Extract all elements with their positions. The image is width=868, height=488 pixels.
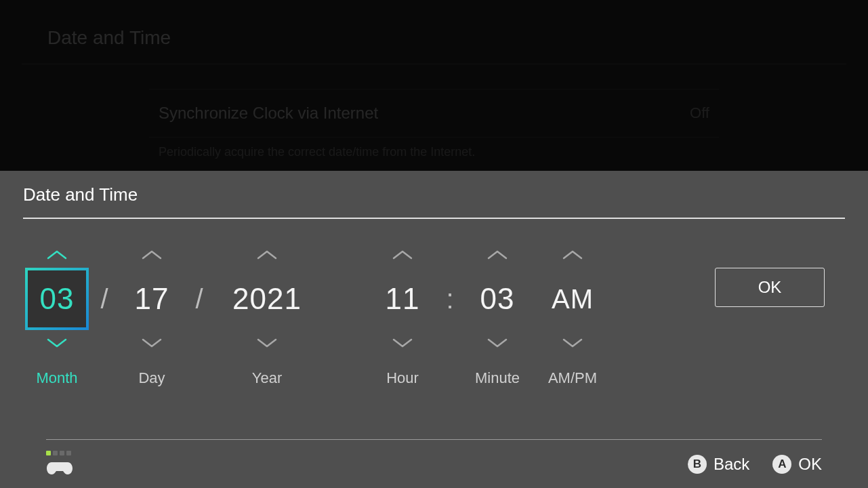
ampm-increment-button[interactable] <box>535 242 610 268</box>
ampm-label: AM/PM <box>548 369 597 390</box>
minute-value[interactable]: 03 <box>466 268 529 330</box>
date-time-picker-panel: Date and Time 03 Month <box>0 171 868 488</box>
minute-decrement-button[interactable] <box>463 330 531 356</box>
footer-bar: B Back A OK <box>46 439 822 488</box>
hour-value[interactable]: 11 <box>371 268 434 330</box>
minute-column: 03 Minute <box>463 242 531 390</box>
month-label: Month <box>36 369 77 390</box>
day-label: Day <box>138 369 165 390</box>
day-column: 17 Day <box>118 242 186 390</box>
year-label: Year <box>252 369 282 390</box>
year-decrement-button[interactable] <box>213 330 321 356</box>
panel-title: Date and Time <box>23 184 845 205</box>
hour-column: 11 Hour <box>369 242 436 390</box>
date-separator: / <box>91 242 118 330</box>
hour-increment-button[interactable] <box>369 242 436 268</box>
divider <box>23 218 845 219</box>
a-button-icon: A <box>772 455 791 474</box>
day-increment-button[interactable] <box>118 242 186 268</box>
back-label: Back <box>714 455 749 474</box>
date-separator: / <box>186 242 213 330</box>
month-column: 03 Month <box>23 242 91 390</box>
time-separator: : <box>436 242 463 330</box>
controller-indicator <box>46 451 73 477</box>
day-value[interactable]: 17 <box>120 268 184 330</box>
ok-label: OK <box>798 455 822 474</box>
b-button-icon: B <box>688 455 707 474</box>
ampm-column: AM AM/PM <box>535 242 610 390</box>
ok-action[interactable]: A OK <box>772 455 822 474</box>
player-dot-off <box>66 451 71 455</box>
ampm-value[interactable]: AM <box>537 268 608 330</box>
player-dot-off <box>53 451 58 455</box>
year-value[interactable]: 2021 <box>216 268 318 330</box>
day-decrement-button[interactable] <box>118 330 186 356</box>
month-increment-button[interactable] <box>23 242 91 268</box>
minute-increment-button[interactable] <box>463 242 531 268</box>
year-increment-button[interactable] <box>213 242 321 268</box>
player-dot-off <box>60 451 64 455</box>
picker-columns: 03 Month / 1 <box>23 242 610 390</box>
picker-area: 03 Month / 1 <box>23 242 845 390</box>
ampm-decrement-button[interactable] <box>535 330 610 356</box>
controller-icon <box>46 458 73 477</box>
minute-label: Minute <box>475 369 520 390</box>
back-action[interactable]: B Back <box>688 455 749 474</box>
hour-decrement-button[interactable] <box>369 330 436 356</box>
ok-button[interactable]: OK <box>715 268 825 307</box>
hour-label: Hour <box>386 369 419 390</box>
spacer <box>321 242 369 330</box>
player-dot-on <box>46 451 51 455</box>
month-value[interactable]: 03 <box>25 268 89 330</box>
month-decrement-button[interactable] <box>23 330 91 356</box>
year-column: 2021 Year <box>213 242 321 390</box>
